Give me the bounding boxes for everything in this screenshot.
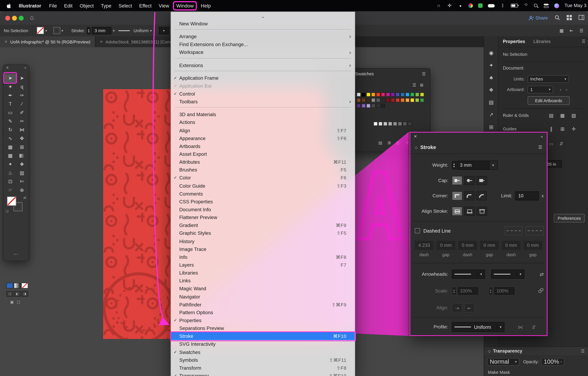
swatch-kinds-icon[interactable]: ◧ bbox=[396, 140, 400, 145]
menu-item[interactable]: Info ⌘F8 bbox=[171, 253, 355, 261]
align-dashes-button[interactable] bbox=[526, 226, 544, 235]
default-fill-stroke-icon[interactable]: ❏ bbox=[6, 209, 8, 213]
menu-item[interactable]: Align ⇧F7 bbox=[171, 126, 355, 134]
swatch[interactable] bbox=[408, 122, 412, 126]
swatch[interactable] bbox=[415, 93, 419, 97]
menubar-item[interactable]: Edit bbox=[64, 3, 73, 8]
swatch[interactable] bbox=[376, 104, 380, 108]
opacity-select[interactable]: 100% › bbox=[541, 358, 564, 366]
slice-tool[interactable]: ✄ bbox=[16, 177, 28, 186]
close-tab-icon[interactable]: ✕ bbox=[5, 40, 8, 44]
stroke-weight-field[interactable]: 3 mm bbox=[92, 27, 112, 34]
stroke-dropdown-caret[interactable]: ▾ bbox=[61, 29, 63, 32]
export-panel-icon[interactable]: ↗ bbox=[484, 109, 498, 121]
wifi-icon[interactable] bbox=[523, 3, 529, 8]
swatch[interactable] bbox=[366, 98, 370, 102]
swatch[interactable] bbox=[361, 98, 366, 102]
battery-widget-icon[interactable] bbox=[488, 4, 495, 7]
profile-value[interactable]: Uniform bbox=[133, 28, 149, 33]
ruler-icon[interactable]: ▤ bbox=[547, 112, 555, 119]
swatch[interactable] bbox=[386, 93, 390, 97]
swatch-themes-icon[interactable]: ⊞ bbox=[388, 140, 391, 145]
swatch[interactable] bbox=[415, 98, 419, 102]
units-select[interactable]: Inches ▾ bbox=[528, 75, 569, 83]
workspace-switcher-icon[interactable] bbox=[567, 15, 572, 21]
panel-layout-icon[interactable] bbox=[579, 15, 584, 21]
brushes-panel-icon[interactable]: ✦ bbox=[484, 59, 498, 72]
zoom-window-button[interactable] bbox=[19, 16, 24, 21]
lasso-tool[interactable]: ɋ bbox=[16, 82, 28, 91]
scissors-tool[interactable]: ✂ bbox=[16, 117, 28, 125]
new-swatch-icon[interactable]: ✚ bbox=[405, 140, 409, 145]
panel-menu-icon[interactable]: ☰ bbox=[422, 72, 425, 76]
lens-icon[interactable] bbox=[468, 3, 473, 8]
swatch[interactable] bbox=[357, 93, 361, 97]
preferences-button[interactable]: Preferences bbox=[554, 214, 585, 223]
menu-item[interactable]: Libraries bbox=[171, 269, 355, 277]
lock-guides-icon[interactable]: ⊞ bbox=[558, 125, 566, 132]
layers-panel-icon[interactable]: ❖ bbox=[484, 84, 498, 96]
draw-behind-icon[interactable]: ◧ bbox=[14, 291, 21, 297]
menu-item[interactable]: Brushes F5 bbox=[171, 166, 355, 174]
close-icon[interactable]: ✕ bbox=[6, 66, 9, 70]
artboard-select[interactable]: 1 ▾ bbox=[528, 86, 553, 93]
menu-item[interactable]: Pattern Options bbox=[171, 308, 355, 316]
link-scale-icon[interactable] bbox=[538, 288, 544, 294]
paintbrush-tool[interactable]: ✐ bbox=[16, 108, 28, 117]
menu-item[interactable]: SVG Interactivity bbox=[171, 340, 355, 348]
scale-end-stepper[interactable]: ▴▾ bbox=[489, 287, 493, 295]
menu-item[interactable]: Application Bar bbox=[171, 82, 355, 90]
control-menu-icon[interactable]: ☰ bbox=[579, 28, 583, 33]
menu-item[interactable]: Comments bbox=[171, 190, 355, 198]
type-tool[interactable]: T bbox=[5, 100, 16, 108]
scale-start-stepper[interactable]: ▴▾ bbox=[452, 287, 456, 295]
gradient-tool[interactable] bbox=[16, 151, 28, 160]
butt-cap-button[interactable] bbox=[452, 176, 462, 185]
libraries-panel-icon[interactable]: ⊞ bbox=[484, 121, 498, 133]
line-segment-tool[interactable]: ∕ bbox=[16, 100, 28, 108]
list-view-icon[interactable]: ☰ bbox=[413, 83, 416, 88]
smart-guides-icon[interactable]: ✛ bbox=[570, 125, 578, 132]
menu-item[interactable]: Attributes ⌘F11 bbox=[171, 158, 355, 166]
pen-tool[interactable]: ✒ bbox=[5, 91, 16, 100]
pencil-tool[interactable]: ✎ bbox=[5, 117, 16, 125]
blend-mode-select[interactable]: Normal ▾ bbox=[487, 358, 519, 366]
dash-gap-field[interactable]: 4.233 bbox=[415, 241, 434, 250]
perspective-grid-tool[interactable]: ⊞ bbox=[16, 143, 28, 151]
swatch[interactable] bbox=[398, 122, 402, 126]
dash-gap-field[interactable]: 0 mm bbox=[458, 241, 477, 250]
arrange-documents-icon[interactable]: ⇤ bbox=[570, 28, 573, 33]
color-panel-icon[interactable]: ◉ bbox=[484, 47, 498, 59]
none-button[interactable] bbox=[21, 283, 28, 288]
menubar-item[interactable]: Window bbox=[176, 3, 194, 8]
swatch[interactable] bbox=[396, 93, 400, 97]
menu-item[interactable]: 3D and Materials bbox=[171, 111, 355, 118]
panel-menu-icon[interactable]: ☰ bbox=[582, 39, 585, 44]
menu-item[interactable]: Color Guide ⇧F3 bbox=[171, 182, 355, 190]
tab-properties[interactable]: Properties bbox=[503, 39, 525, 44]
swatch[interactable] bbox=[381, 93, 385, 97]
eyedropper-tool[interactable]: ✦ bbox=[5, 160, 16, 168]
menu-item[interactable]: Control bbox=[171, 90, 355, 98]
menu-item[interactable]: Swatches bbox=[171, 348, 355, 356]
next-artboard-icon[interactable]: › bbox=[566, 87, 567, 92]
menubar-item[interactable]: Type bbox=[101, 3, 111, 8]
swap-fill-stroke-icon[interactable]: ⇄ bbox=[23, 196, 26, 200]
menu-scroll-indicator[interactable]: ⌄ bbox=[171, 14, 355, 20]
dash-gap-field[interactable]: 0 mm bbox=[502, 241, 521, 250]
menu-item[interactable]: Document Info bbox=[171, 206, 355, 213]
fill-dropdown-caret[interactable]: ▾ bbox=[45, 29, 47, 32]
swatch[interactable] bbox=[386, 98, 390, 102]
dash-gap-field[interactable]: 0 mm bbox=[436, 241, 455, 250]
scale-start-field[interactable]: 100% bbox=[457, 287, 479, 295]
align-inside-button[interactable] bbox=[464, 207, 475, 216]
blend-tool[interactable]: ❖ bbox=[16, 160, 28, 168]
width-tool[interactable]: ∿ bbox=[5, 134, 16, 143]
bluetooth-icon[interactable]: ᛒ bbox=[500, 3, 506, 8]
swatch[interactable] bbox=[400, 98, 404, 102]
menu-item[interactable]: Workspace bbox=[171, 48, 355, 56]
battery-icon[interactable] bbox=[511, 4, 518, 8]
swatch[interactable] bbox=[391, 98, 395, 102]
dash-gap-field[interactable]: 0 mm bbox=[480, 241, 499, 250]
spotlight-icon[interactable] bbox=[534, 3, 539, 8]
